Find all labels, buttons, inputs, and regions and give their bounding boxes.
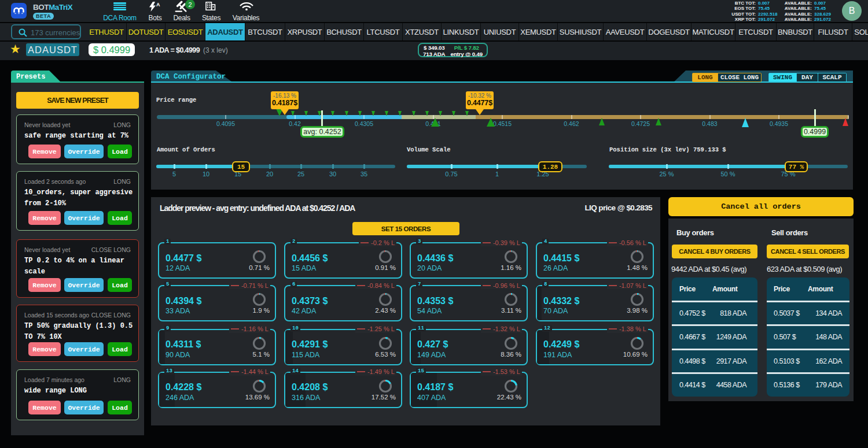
svg-text:A: A <box>156 2 160 8</box>
